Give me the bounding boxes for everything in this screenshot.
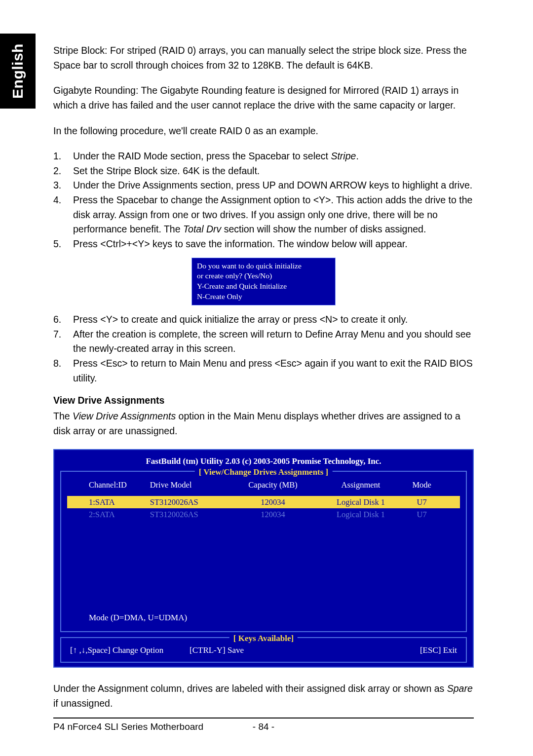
bios-drives-panel: [ View/Change Drives Assignments ] Chann… <box>60 471 467 632</box>
body-text: Under the Assignment column, drives are … <box>53 681 474 711</box>
list-item: 4.Press the Spacebar to change the Assig… <box>53 193 474 237</box>
ordered-list: 6.Press <Y> to create and quick initiali… <box>53 312 474 385</box>
mode-legend: Mode (D=DMA, U=UDMA) <box>67 609 460 625</box>
body-text: The View Drive Assignments option in the… <box>53 409 474 438</box>
table-row-selected[interactable]: 1:SATA ST3120026AS 120034 Logical Disk 1… <box>67 496 460 508</box>
language-label: English <box>9 43 26 99</box>
section-heading: View Drive Assignments <box>53 393 474 408</box>
bios-dialog: Do you want to do quick initialize or cr… <box>191 258 336 306</box>
page-number: - 84 - <box>244 721 283 732</box>
table-row[interactable]: 2:SATA ST3120026AS 120034 Logical Disk 1… <box>67 508 460 521</box>
language-tab: English <box>0 34 36 109</box>
body-text: Stripe Block: For striped (RAID 0) array… <box>53 43 474 73</box>
footer-product: P4 nForce4 SLI Series Motherboard <box>53 721 244 732</box>
key-hint-exit: [ESC] Exit <box>420 644 457 657</box>
dialog-line: or create only? (Yes/No) <box>197 271 330 281</box>
body-text: In the following procedure, we'll create… <box>53 124 474 139</box>
panel-label: [ Keys Available] <box>229 632 298 645</box>
bios-keys-panel: [ Keys Available] [↑ ,↓,Space] Change Op… <box>60 637 467 663</box>
key-hint-save: [CTRL-Y] Save <box>190 644 244 657</box>
table-header: Channel:ID Drive Model Capacity (MB) Ass… <box>67 479 460 491</box>
list-item: 2.Set the Stripe Block size. 64K is the … <box>53 164 474 179</box>
bios-table: Channel:ID Drive Model Capacity (MB) Ass… <box>67 479 460 625</box>
list-item: 7.After the creation is complete, the sc… <box>53 327 474 356</box>
page-content: Stripe Block: For striped (RAID 0) array… <box>53 43 474 721</box>
dialog-line: N-Create Only <box>197 292 330 302</box>
dialog-line: Do you want to do quick initialize <box>197 261 330 271</box>
bios-screen: FastBuild (tm) Utility 2.03 (c) 2003-200… <box>53 449 474 668</box>
panel-label: [ View/Change Drives Assignments ] <box>195 466 333 479</box>
ordered-list: 1.Under the RAID Mode section, press the… <box>53 149 474 251</box>
list-item: 8.Press <Esc> to return to Main Menu and… <box>53 356 474 385</box>
list-item: 1.Under the RAID Mode section, press the… <box>53 149 474 164</box>
page-footer: P4 nForce4 SLI Series Motherboard - 84 - <box>53 718 474 732</box>
list-item: 5.Press <Ctrl>+<Y> keys to save the info… <box>53 237 474 252</box>
list-item: 6.Press <Y> to create and quick initiali… <box>53 312 474 327</box>
body-text: Gigabyte Rounding: The Gigabyte Rounding… <box>53 83 474 113</box>
dialog-line: Y-Create and Quick Initialize <box>197 281 330 292</box>
key-hint-nav: [↑ ,↓,Space] Change Option <box>70 644 163 657</box>
list-item: 3.Under the Drive Assignments section, p… <box>53 178 474 193</box>
